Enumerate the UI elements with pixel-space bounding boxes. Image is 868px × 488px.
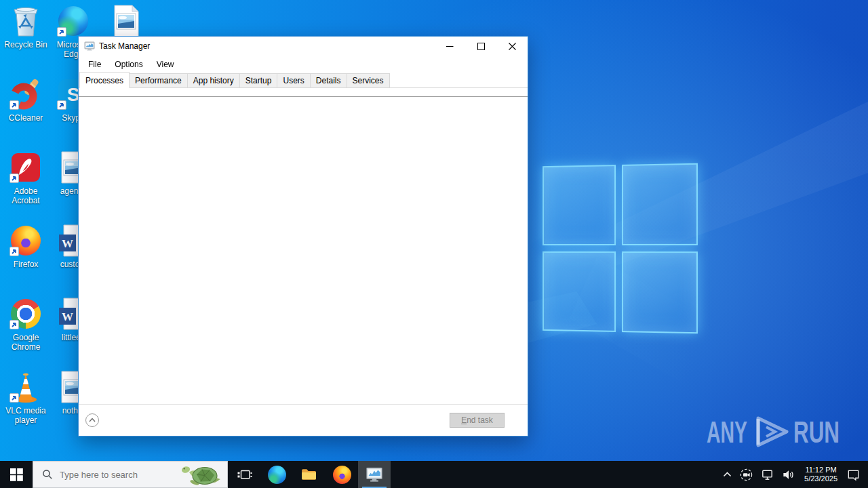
- speaker-icon: [781, 468, 795, 482]
- desktop-icon-adobe-acrobat[interactable]: Adobe Acrobat: [0, 150, 52, 205]
- task-view-icon: [237, 467, 252, 483]
- windows-logo: [542, 163, 698, 333]
- end-task-button[interactable]: End task: [450, 413, 505, 428]
- tab-strip: Processes Performance App history Startu…: [79, 73, 528, 88]
- window-title: Task Manager: [99, 41, 150, 51]
- acrobat-icon: [9, 150, 43, 184]
- shortcut-arrow-icon: [9, 247, 19, 256]
- task-manager-app-icon: [84, 41, 95, 52]
- desktop-icon-vlc[interactable]: VLC media player: [0, 370, 52, 425]
- desktop-icon-label: Google Chrome: [0, 333, 52, 352]
- windows-start-icon: [10, 468, 23, 481]
- clock-time: 11:12 PM: [804, 466, 837, 474]
- desktop-icon-label: Adobe Acrobat: [0, 186, 52, 205]
- desktop: ANY RUN Recycle Bin: [0, 0, 868, 488]
- search-highlight-turtle-image[interactable]: [174, 463, 226, 487]
- desktop-icon-firefox[interactable]: Firefox: [0, 224, 52, 269]
- action-center-button[interactable]: [843, 461, 864, 488]
- meet-now-camera-icon: [739, 468, 753, 482]
- menu-bar: File Options View: [79, 56, 528, 73]
- anyrun-logo: ANY RUN: [707, 411, 846, 453]
- tab-app-history[interactable]: App history: [187, 73, 240, 87]
- close-button[interactable]: [496, 37, 528, 56]
- taskbar-task-view-button[interactable]: [228, 461, 260, 488]
- svg-text:W: W: [62, 310, 73, 323]
- firefox-icon: [9, 224, 43, 258]
- system-tray: 11:12 PM 5/23/2025: [719, 461, 868, 488]
- start-button[interactable]: [0, 461, 33, 488]
- ethernet-network-icon: [760, 468, 774, 482]
- desktop-icon-google-chrome[interactable]: Google Chrome: [0, 297, 52, 352]
- watermark-any: ANY: [707, 415, 747, 449]
- taskbar-file-explorer-button[interactable]: [293, 461, 326, 488]
- taskbar-task-manager-button[interactable]: [358, 461, 391, 488]
- taskbar-clock[interactable]: 11:12 PM 5/23/2025: [799, 466, 843, 483]
- anyrun-watermark: ANY RUN: [707, 411, 846, 453]
- menu-view[interactable]: View: [150, 57, 181, 72]
- edge-icon: [56, 4, 90, 38]
- tab-performance[interactable]: Performance: [129, 73, 188, 87]
- shortcut-arrow-icon: [9, 320, 19, 329]
- menu-options[interactable]: Options: [108, 57, 149, 72]
- shortcut-arrow-icon: [9, 100, 19, 110]
- shortcut-arrow-icon: [9, 393, 19, 403]
- desktop-icon-ccleaner[interactable]: CCleaner: [0, 77, 52, 123]
- chevron-up-icon: [722, 470, 732, 480]
- hidden-icons-button[interactable]: [719, 461, 736, 488]
- header-divider: [79, 96, 528, 97]
- meet-now-button[interactable]: [736, 461, 757, 488]
- taskbar-firefox-button[interactable]: [326, 461, 358, 488]
- taskbar: 11:12 PM 5/23/2025: [0, 461, 868, 488]
- task-manager-icon: [366, 466, 383, 483]
- tab-processes[interactable]: Processes: [79, 72, 130, 88]
- fewer-details-button[interactable]: [85, 413, 100, 428]
- desktop-icon-image-file[interactable]: [100, 4, 152, 40]
- minimize-button[interactable]: [434, 37, 465, 56]
- chevron-up-icon: [85, 413, 100, 428]
- edge-icon: [268, 466, 286, 484]
- recycle-bin-icon: [9, 4, 43, 38]
- chrome-icon: [9, 297, 43, 331]
- maximize-button[interactable]: [465, 37, 496, 56]
- desktop-icon-label: Recycle Bin: [4, 40, 47, 49]
- shortcut-arrow-icon: [9, 174, 19, 183]
- desktop-icon-recycle-bin[interactable]: Recycle Bin: [0, 4, 52, 49]
- file-explorer-icon: [300, 466, 318, 483]
- desktop-icon-label: CCleaner: [9, 113, 43, 123]
- desktop-icon-label: VLC media player: [0, 406, 52, 425]
- tab-users[interactable]: Users: [277, 73, 310, 87]
- vlc-icon: [9, 370, 43, 404]
- watermark-run: RUN: [793, 415, 840, 449]
- volume-tray-button[interactable]: [778, 461, 799, 488]
- desktop-icon-label: Firefox: [14, 260, 39, 269]
- image-file-icon: [109, 4, 143, 38]
- menu-file[interactable]: File: [81, 57, 108, 72]
- task-manager-window: Task Manager File Options View Processes…: [78, 36, 528, 436]
- network-tray-button[interactable]: [757, 461, 778, 488]
- title-bar[interactable]: Task Manager: [79, 37, 528, 56]
- shortcut-arrow-icon: [57, 100, 66, 110]
- action-center-icon: [846, 468, 861, 482]
- process-list-empty: [79, 88, 528, 404]
- clock-date: 5/23/2025: [804, 474, 837, 483]
- search-icon: [42, 469, 53, 480]
- taskbar-edge-button[interactable]: [260, 461, 293, 488]
- svg-text:W: W: [62, 237, 73, 250]
- search-input[interactable]: [60, 470, 168, 480]
- tab-services[interactable]: Services: [347, 73, 390, 87]
- taskbar-search[interactable]: [33, 461, 228, 488]
- window-footer: End task: [79, 404, 528, 436]
- ccleaner-icon: [9, 77, 43, 111]
- firefox-icon: [333, 466, 351, 484]
- tab-details[interactable]: Details: [310, 73, 347, 87]
- tab-startup[interactable]: Startup: [239, 73, 278, 87]
- shortcut-arrow-icon: [57, 27, 66, 37]
- taskbar-apps: [228, 461, 391, 488]
